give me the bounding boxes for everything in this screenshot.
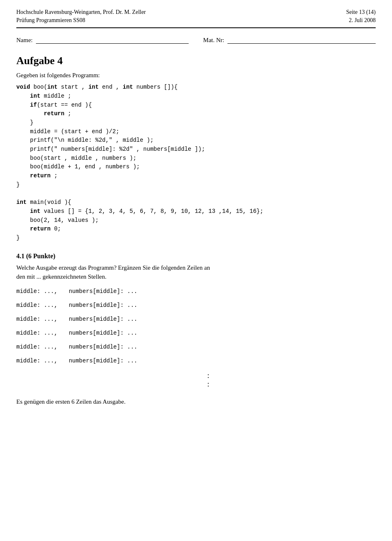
page-header: Hochschule Ravensburg-Weingarten, Prof. … bbox=[16, 8, 376, 28]
output-line-5: middle: ..., numbers[middle]: ... bbox=[16, 344, 376, 350]
output-line-2: middle: ..., numbers[middle]: ... bbox=[16, 302, 376, 309]
output-suffix-1: numbers[middle]: ... bbox=[65, 288, 137, 295]
ellipsis-colon: : bbox=[207, 371, 209, 380]
section-heading: 4.1 (6 Punkte) bbox=[16, 253, 376, 260]
question-line2: den mit ... gekennzeichneten Stellen. bbox=[16, 273, 107, 280]
name-matnr-row: Name: Mat. Nr: bbox=[16, 36, 376, 44]
output-suffix-4: numbers[middle]: ... bbox=[65, 330, 137, 336]
page-info-line1: Seite 13 (14) bbox=[346, 8, 376, 16]
output-lines-container: middle: ..., numbers[middle]: ... middle… bbox=[16, 288, 376, 364]
name-field: Name: bbox=[16, 36, 189, 44]
output-suffix-2: numbers[middle]: ... bbox=[65, 302, 137, 309]
matnr-input-line bbox=[227, 36, 376, 44]
ellipsis-colon2: : bbox=[207, 380, 209, 388]
output-prefix-5: middle: ..., bbox=[16, 344, 65, 350]
name-label: Name: bbox=[16, 37, 33, 44]
output-prefix-6: middle: ..., bbox=[16, 358, 65, 364]
output-prefix-4: middle: ..., bbox=[16, 330, 65, 336]
output-prefix-1: middle: ..., bbox=[16, 288, 65, 295]
matnr-field: Mat. Nr: bbox=[203, 36, 376, 44]
page-info-line2: 2. Juli 2008 bbox=[346, 16, 376, 25]
intro-text: Gegeben ist folgendes Programm: bbox=[16, 72, 376, 79]
output-prefix-3: middle: ..., bbox=[16, 316, 65, 322]
output-line-3: middle: ..., numbers[middle]: ... bbox=[16, 316, 376, 322]
footer-note: Es genügen die ersten 6 Zeilen das Ausga… bbox=[16, 398, 376, 405]
name-input-line bbox=[36, 36, 189, 44]
page-title: Aufgabe 4 bbox=[16, 55, 376, 67]
ellipsis-indicator: : : bbox=[41, 371, 376, 389]
institution-info: Hochschule Ravensburg-Weingarten, Prof. … bbox=[16, 8, 146, 24]
code-block: void boo(int start , int end , int numbe… bbox=[16, 83, 376, 242]
institution-line1: Hochschule Ravensburg-Weingarten, Prof. … bbox=[16, 8, 146, 16]
matnr-label: Mat. Nr: bbox=[203, 37, 225, 44]
institution-line2: Prüfung Programmieren SS08 bbox=[16, 16, 146, 25]
output-line-6: middle: ..., numbers[middle]: ... bbox=[16, 358, 376, 364]
output-line-4: middle: ..., numbers[middle]: ... bbox=[16, 330, 376, 336]
output-prefix-2: middle: ..., bbox=[16, 302, 65, 309]
output-suffix-5: numbers[middle]: ... bbox=[65, 344, 137, 350]
output-suffix-6: numbers[middle]: ... bbox=[65, 358, 137, 364]
page-info: Seite 13 (14) 2. Juli 2008 bbox=[346, 8, 376, 24]
question-text: Welche Ausgabe erzeugt das Programm? Erg… bbox=[16, 263, 376, 282]
output-suffix-3: numbers[middle]: ... bbox=[65, 316, 137, 322]
question-line1: Welche Ausgabe erzeugt das Programm? Erg… bbox=[16, 264, 210, 271]
output-line-1: middle: ..., numbers[middle]: ... bbox=[16, 288, 376, 295]
